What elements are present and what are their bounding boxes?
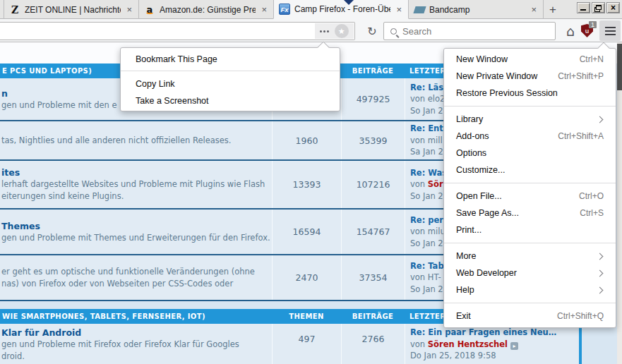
close-tab-icon[interactable]: × bbox=[125, 4, 133, 15]
forum-description: gen und Probleme mit Firefox oder Firefo… bbox=[1, 339, 272, 351]
menu-item-bookmark-this-page[interactable]: Bookmark This Page bbox=[136, 54, 217, 64]
themen-count: 497 bbox=[272, 324, 341, 364]
tab-title: ZEIT ONLINE | Nachrichten, H bbox=[25, 5, 121, 15]
menu-item-print[interactable]: Print... bbox=[444, 222, 616, 238]
menu-separator bbox=[444, 106, 616, 107]
search-bar[interactable] bbox=[383, 22, 556, 40]
forum-link[interactable]: Themes bbox=[1, 220, 272, 232]
bandcamp-logo bbox=[413, 6, 426, 13]
menu-item-exit[interactable]: ExitCtrl+Shift+Q bbox=[444, 308, 616, 324]
extension-badge: 1 bbox=[589, 21, 597, 28]
search-icon bbox=[390, 28, 397, 35]
column-header-beitraege: BEITRÄGE bbox=[341, 313, 405, 320]
submenu-arrow-icon bbox=[597, 116, 604, 123]
beitraege-count: 154767 bbox=[341, 210, 405, 254]
menu-item-more[interactable]: More bbox=[444, 248, 616, 265]
tab-bar: Z ZEIT ONLINE | Nachrichten, H × a Amazo… bbox=[0, 0, 622, 19]
menu-item-save-page-as[interactable]: Save Page As...Ctrl+S bbox=[444, 205, 616, 222]
vertical-scrollbar[interactable] bbox=[617, 42, 622, 364]
forum-description: nas) von Firefox oder von Webseiten per … bbox=[1, 278, 272, 290]
beitraege-count: 35399 bbox=[341, 121, 405, 159]
menu-separator bbox=[444, 183, 616, 183]
new-tab-button[interactable]: + bbox=[544, 0, 562, 19]
themen-count: 13393 bbox=[272, 161, 341, 208]
menu-item-options[interactable]: Options bbox=[444, 145, 616, 162]
themen-count: 1960 bbox=[272, 121, 341, 159]
forum-link[interactable]: ites bbox=[1, 166, 272, 178]
bandcamp-favicon-icon bbox=[414, 4, 425, 16]
menu-item-restore-previous-session[interactable]: Restore Previous Session bbox=[444, 85, 616, 102]
menu-item-new-private-window[interactable]: New Private WindowCtrl+Shift+P bbox=[444, 68, 616, 85]
amazon-favicon-icon: a bbox=[144, 4, 155, 16]
beitraege-count: 2766 bbox=[341, 324, 405, 364]
menu-item-web-developer[interactable]: Web Developer bbox=[444, 265, 616, 281]
reload-icon: ↻ bbox=[367, 25, 376, 38]
app-menu: New WindowCtrl+N New Private WindowCtrl+… bbox=[443, 48, 616, 328]
adblock-extension-button[interactable]: u 1 bbox=[581, 24, 594, 38]
navigation-toolbar: ★ ↻ ⌂ u 1 bbox=[0, 19, 622, 42]
author-link[interactable]: Sör bbox=[428, 179, 443, 189]
beitraege-count: 107216 bbox=[341, 161, 405, 208]
minimize-button[interactable] bbox=[577, 2, 590, 13]
url-bar[interactable]: ★ bbox=[0, 22, 355, 40]
page-actions-icon[interactable] bbox=[320, 30, 329, 32]
fx-badge: Fx bbox=[279, 4, 290, 15]
submenu-arrow-icon bbox=[597, 269, 604, 277]
menu-item-open-file[interactable]: Open File...Ctrl+O bbox=[444, 188, 616, 205]
home-button[interactable]: ⌂ bbox=[561, 22, 580, 40]
close-button[interactable]: × bbox=[606, 2, 620, 13]
menu-item-add-ons[interactable]: Add-onsCtrl+Shift+A bbox=[444, 128, 616, 145]
beitraege-count: 497925 bbox=[341, 78, 405, 120]
menu-separator bbox=[121, 71, 340, 71]
menu-item-new-window[interactable]: New WindowCtrl+N bbox=[444, 51, 616, 68]
browser-window: Z ZEIT ONLINE | Nachrichten, H × a Amazo… bbox=[0, 0, 622, 364]
last-post-author: von Sören Hentzschel▸ bbox=[410, 339, 579, 351]
tab-title: Amazon.de: Günstige Preise bbox=[160, 5, 256, 15]
menu-item-copy-link[interactable]: Copy Link bbox=[136, 79, 175, 89]
column-header-themen: THEMEN bbox=[272, 313, 341, 320]
menu-item-help[interactable]: Help bbox=[444, 281, 616, 298]
reload-button[interactable]: ↻ bbox=[363, 22, 381, 40]
last-post-date: Do Jan 25, 2018 9:58 bbox=[410, 350, 579, 362]
forum-description: gen und Probleme mit Themes und Erweiter… bbox=[1, 232, 272, 244]
tab-camp-firefox[interactable]: Fx Camp Firefox - Foren-Übersic × bbox=[273, 0, 409, 19]
home-icon: ⌂ bbox=[566, 23, 575, 39]
section-title: WIE SMARTPHONES, TABLETS, FERNSEHER, IOT… bbox=[0, 313, 272, 320]
close-icon: × bbox=[611, 4, 616, 12]
tab-amazon[interactable]: a Amazon.de: Günstige Preise × bbox=[138, 0, 274, 19]
bookmark-star-icon[interactable]: ★ bbox=[335, 24, 349, 38]
forum-row: Klar für Android gen und Probleme mit Fi… bbox=[0, 324, 579, 364]
menu-separator bbox=[444, 303, 616, 303]
themen-count: 16594 bbox=[272, 210, 341, 254]
close-tab-icon[interactable]: × bbox=[530, 4, 538, 15]
page-action-strip: ★ bbox=[315, 23, 354, 39]
tab-zeit-online[interactable]: Z ZEIT ONLINE | Nachrichten, H × bbox=[4, 0, 139, 19]
window-controls: × bbox=[577, 2, 620, 13]
restore-button[interactable] bbox=[592, 2, 605, 13]
forum-description: eiterungen sind keine Plugins. bbox=[1, 190, 272, 202]
last-post-link[interactable]: Re: Ein paar Fragen eines Neu… bbox=[410, 327, 579, 339]
hamburger-icon bbox=[605, 27, 616, 28]
submenu-arrow-icon bbox=[597, 253, 604, 260]
forum-description: er geht es um optische und funktionelle … bbox=[1, 266, 272, 278]
minimize-icon bbox=[580, 9, 586, 11]
search-input[interactable] bbox=[402, 26, 530, 37]
forum-description: tas, Nightlies und alle anderen nicht of… bbox=[1, 135, 272, 147]
close-tab-icon[interactable]: × bbox=[260, 4, 268, 15]
menu-item-library[interactable]: Library bbox=[444, 111, 616, 128]
scrollbar-thumb[interactable] bbox=[617, 44, 622, 90]
themen-count: 2470 bbox=[272, 255, 341, 300]
hamburger-menu-button[interactable] bbox=[599, 20, 621, 41]
menu-item-take-a-screenshot[interactable]: Take a Screenshot bbox=[136, 96, 209, 106]
tab-title: Camp Firefox - Foren-Übersic bbox=[294, 4, 390, 14]
campfirefox-favicon-icon: Fx bbox=[279, 4, 290, 15]
close-tab-icon[interactable]: × bbox=[395, 4, 403, 15]
author-link[interactable]: Sören Hentzschel bbox=[428, 339, 508, 349]
active-tab-arrow-icon bbox=[344, 0, 354, 5]
goto-last-post-icon[interactable]: ▸ bbox=[510, 342, 518, 350]
submenu-arrow-icon bbox=[597, 286, 604, 293]
menu-item-customize[interactable]: Customize... bbox=[444, 162, 616, 178]
restore-icon-front bbox=[596, 5, 602, 10]
tab-bandcamp[interactable]: Bandcamp × bbox=[408, 0, 544, 19]
forum-link[interactable]: Klar für Android bbox=[1, 327, 272, 339]
